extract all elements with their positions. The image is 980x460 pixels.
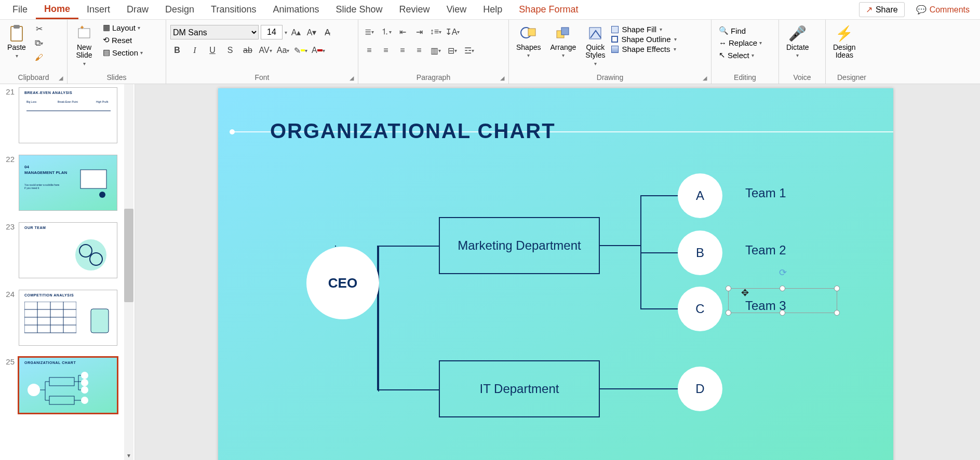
bold-button[interactable]: B — [170, 44, 184, 57]
increase-font-button[interactable]: A▴ — [289, 25, 303, 39]
font-color-button[interactable]: A▾ — [312, 44, 325, 57]
align-text-button[interactable]: ⊟▾ — [446, 44, 459, 57]
font-size-input[interactable] — [261, 25, 283, 39]
tab-file[interactable]: File — [4, 1, 36, 18]
tab-review[interactable]: Review — [391, 1, 438, 18]
ceo-node[interactable]: CEO — [306, 247, 379, 319]
section-button[interactable]: ▤Section▾ — [100, 47, 146, 58]
dictate-button[interactable]: 🎤 Dictate▾ — [783, 22, 812, 60]
font-name-select[interactable]: DM Sans — [170, 25, 259, 39]
increase-indent-button[interactable]: ⇥ — [412, 25, 426, 38]
scroll-down-button[interactable]: ▼ — [124, 451, 133, 460]
italic-button[interactable]: I — [188, 44, 202, 57]
clipboard-launcher[interactable]: ◢ — [59, 75, 63, 82]
tab-transitions[interactable]: Transitions — [203, 1, 264, 18]
paragraph-launcher[interactable]: ◢ — [500, 75, 504, 82]
tab-view[interactable]: View — [438, 1, 475, 18]
change-case-button[interactable]: Aa▾ — [276, 44, 290, 57]
tab-animations[interactable]: Animations — [264, 1, 327, 18]
connector[interactable] — [378, 282, 379, 391]
shapes-button[interactable]: Shapes▾ — [513, 22, 544, 60]
align-right-button[interactable]: ≡ — [396, 44, 409, 57]
decrease-font-button[interactable]: A▾ — [305, 25, 318, 39]
layout-button[interactable]: ▦Layout▾ — [100, 22, 146, 33]
cut-button[interactable]: ✂ — [32, 22, 46, 35]
new-slide-button[interactable]: ✦ New Slide ▾ — [72, 22, 97, 69]
line-spacing-button[interactable]: ↕≡▾ — [429, 25, 442, 38]
connector[interactable] — [600, 245, 641, 246]
thumbnail-pane[interactable]: 21 BREAK-EVEN ANALYSIS Big Loss Break-Ev… — [0, 84, 135, 460]
tab-design[interactable]: Design — [157, 1, 203, 18]
thumbnail-24[interactable]: COMPETITION ANALYSIS — [19, 290, 117, 346]
drawing-launcher[interactable]: ◢ — [703, 75, 707, 82]
slide[interactable]: ORGANIZATIONAL CHART — [218, 88, 893, 460]
rotate-handle[interactable]: ⟳ — [779, 267, 787, 278]
columns-button[interactable]: ▥▾ — [429, 44, 442, 57]
connector[interactable] — [640, 308, 679, 309]
paste-button[interactable]: Paste▾ — [4, 22, 29, 62]
smartart-button[interactable]: ☲▾ — [462, 44, 476, 57]
connector[interactable] — [600, 388, 679, 389]
tab-slideshow[interactable]: Slide Show — [328, 1, 391, 18]
char-spacing-button[interactable]: AV▾ — [259, 44, 272, 57]
resize-handle-sw[interactable] — [726, 310, 731, 316]
comments-button[interactable]: 💬Comments — [910, 3, 976, 17]
tab-shape-format[interactable]: Shape Format — [511, 1, 586, 18]
underline-button[interactable]: U — [206, 44, 219, 57]
replace-button[interactable]: ↔Replace▾ — [716, 37, 765, 48]
connector[interactable] — [640, 252, 679, 253]
resize-handle-se[interactable] — [834, 310, 840, 316]
shape-outline-button[interactable]: Shape Outline▾ — [611, 35, 676, 44]
format-painter-button[interactable]: 🖌 — [32, 51, 46, 64]
tab-draw[interactable]: Draw — [118, 1, 157, 18]
node-a[interactable]: A — [678, 173, 722, 218]
reset-button[interactable]: ⟲Reset — [100, 34, 146, 46]
justify-button[interactable]: ≡ — [412, 44, 426, 57]
slide-title[interactable]: ORGANIZATIONAL CHART — [270, 119, 556, 143]
design-ideas-button[interactable]: ⚡ Design Ideas — [830, 22, 859, 62]
align-left-button[interactable]: ≡ — [363, 44, 376, 57]
it-dept-box[interactable]: IT Department — [439, 360, 600, 417]
select-button[interactable]: ↖Select▾ — [716, 49, 757, 61]
text-direction-button[interactable]: ↧A▾ — [446, 25, 459, 38]
team-2-label[interactable]: Team 2 — [745, 243, 786, 258]
node-c[interactable]: C — [678, 287, 722, 331]
tab-help[interactable]: Help — [475, 1, 511, 18]
team-3-label[interactable]: Team 3 — [745, 299, 786, 313]
decrease-indent-button[interactable]: ⇤ — [396, 25, 409, 38]
strike-button[interactable]: ab — [241, 44, 254, 57]
node-d[interactable]: D — [678, 367, 722, 411]
node-b[interactable]: B — [678, 231, 722, 275]
resize-handle-n[interactable] — [780, 286, 785, 291]
bullets-button[interactable]: ≣▾ — [363, 25, 376, 38]
copy-button[interactable]: ⧉▾ — [32, 36, 46, 50]
resize-handle-ne[interactable] — [834, 286, 840, 291]
share-button[interactable]: ↗Share — [859, 2, 905, 17]
align-center-button[interactable]: ≡ — [379, 44, 393, 57]
clear-formatting-button[interactable]: A̶ — [320, 25, 334, 39]
shape-effects-button[interactable]: Shape Effects▾ — [611, 45, 676, 53]
connector[interactable] — [377, 246, 378, 390]
scrollbar-thumb[interactable] — [124, 209, 133, 302]
thumbnail-23[interactable]: OUR TEAM — [19, 222, 117, 278]
thumbnail-21[interactable]: BREAK-EVEN ANALYSIS Big Loss Break-Even … — [19, 87, 117, 143]
connector[interactable] — [640, 195, 679, 196]
tab-home[interactable]: Home — [36, 1, 78, 19]
shadow-button[interactable]: S — [223, 44, 237, 57]
connector[interactable] — [378, 389, 439, 390]
thumbnail-22[interactable]: 04 MANAGEMENT PLAN You could enter a sub… — [19, 155, 117, 211]
quick-styles-button[interactable]: Quick Styles▾ — [582, 22, 608, 69]
tab-insert[interactable]: Insert — [78, 1, 118, 18]
arrange-button[interactable]: Arrange▾ — [547, 22, 579, 60]
thumbnail-25[interactable]: ORGANIZATIONAL CHART — [19, 357, 117, 413]
marketing-dept-box[interactable]: Marketing Department — [439, 217, 600, 274]
team-1-label[interactable]: Team 1 — [745, 186, 786, 200]
slide-canvas[interactable]: ORGANIZATIONAL CHART — [135, 84, 980, 460]
font-launcher[interactable]: ◢ — [350, 75, 354, 82]
numbering-button[interactable]: ⒈▾ — [379, 25, 393, 38]
font-size-dropdown[interactable]: ▾ — [285, 30, 287, 35]
find-button[interactable]: 🔍Find — [716, 25, 749, 36]
resize-handle-nw[interactable] — [726, 286, 731, 291]
highlight-button[interactable]: ✎▾ — [294, 44, 307, 57]
shape-fill-button[interactable]: Shape Fill▾ — [611, 25, 676, 34]
